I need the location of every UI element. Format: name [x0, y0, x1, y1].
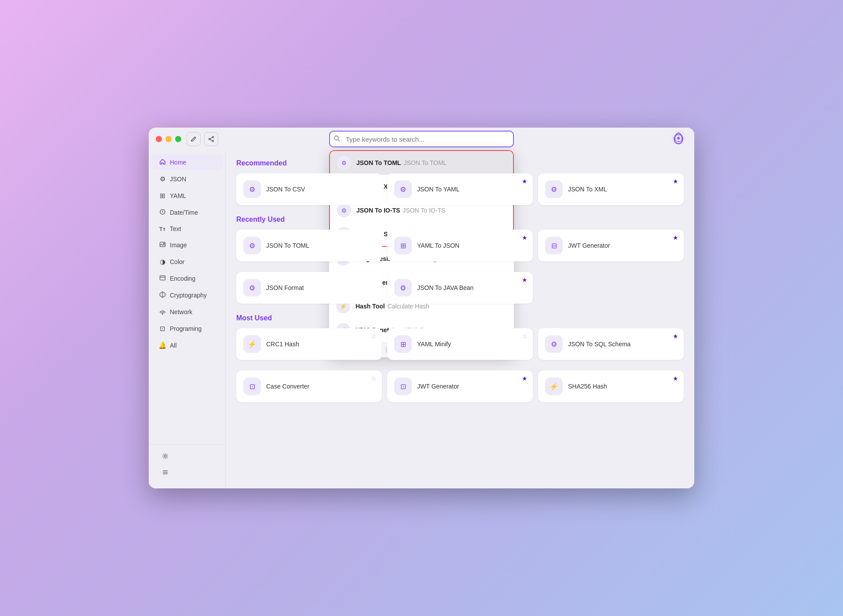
card-icon-r0: ⚙	[243, 237, 261, 254]
card-jwt-most[interactable]: ⊡ JWT Generator ★	[387, 370, 533, 402]
datetime-icon	[158, 209, 166, 216]
card-json-yaml-rec[interactable]: ⚙ JSON To YAML ★	[387, 173, 533, 205]
card-star-r2: ★	[673, 234, 678, 241]
sidebar-item-all[interactable]: 🔔 All	[151, 337, 223, 353]
edit-button[interactable]	[187, 132, 201, 146]
recently-grid: ⚙ JSON To TOML ⊞ YAML To JSON ★ ⊟ JWT Ge…	[236, 230, 684, 261]
card-java-bean[interactable]: ⚙ JSON To JAVA Bean ★	[387, 272, 533, 304]
sidebar-item-color[interactable]: ◑ Color	[151, 254, 223, 270]
sidebar-label-all: All	[170, 342, 177, 349]
card-star-2: ★	[673, 178, 678, 185]
text-icon: Tт	[158, 226, 166, 232]
card-label-m0: CRC1 Hash	[266, 341, 299, 348]
sidebar-item-encoding[interactable]: Encoding	[151, 271, 223, 286]
image-icon	[158, 241, 166, 249]
svg-point-5	[334, 136, 338, 140]
card-icon-r3: ⚙	[243, 279, 261, 297]
sidebar-item-json[interactable]: ⚙ JSON	[151, 171, 223, 187]
card-icon-r4: ⚙	[394, 279, 412, 297]
card-icon-m1: ⊞	[394, 335, 412, 353]
card-star-1: ★	[522, 178, 528, 185]
sidebar-item-list[interactable]	[154, 465, 220, 481]
encoding-icon	[158, 275, 166, 282]
sidebar-item-datetime[interactable]: Date/Time	[151, 205, 223, 220]
card-icon-0: ⚙	[243, 180, 261, 198]
card-yaml-json[interactable]: ⊞ YAML To JSON ★	[387, 230, 533, 261]
card-sha256[interactable]: ⚡ SHA256 Hash ★	[538, 370, 684, 402]
card-json-recent[interactable]: ⚙ JSON To TOML	[236, 230, 382, 261]
sidebar-label-datetime: Date/Time	[170, 209, 198, 216]
card-icon-m4: ⊡	[394, 378, 412, 395]
svg-point-17	[164, 455, 166, 457]
sidebar-label-color: Color	[170, 258, 184, 265]
minimize-button[interactable]	[165, 136, 172, 142]
card-star-m5: ★	[673, 375, 678, 382]
card-label-2: JSON To XML	[568, 186, 607, 193]
card-jwt-recent[interactable]: ⊟ JWT Generator ★	[538, 230, 684, 261]
most-used-title: Most Used	[236, 314, 684, 322]
card-json-xml-rec[interactable]: ⚙ JSON To XML ★	[538, 173, 684, 205]
card-star-r4: ★	[522, 276, 528, 283]
sidebar-wrapper: Home ⚙ JSON ⊞ YAML	[149, 154, 225, 485]
cryptography-icon	[158, 291, 166, 299]
sidebar-item-programming[interactable]: ⊡ Programing	[151, 321, 223, 337]
settings-icon	[161, 453, 169, 461]
traffic-lights	[156, 136, 181, 142]
svg-line-4	[210, 139, 212, 141]
card-icon-1: ⚙	[394, 180, 412, 198]
color-icon: ◑	[158, 258, 166, 266]
close-button[interactable]	[156, 136, 162, 142]
sidebar-item-cryptography[interactable]: Cryptography	[151, 287, 223, 303]
programming-icon: ⊡	[158, 325, 166, 333]
sidebar: Home ⚙ JSON ⊞ YAML	[149, 150, 226, 488]
card-json-recent2[interactable]: ⚙ JSON Format	[236, 272, 382, 304]
sidebar-label-home: Home	[170, 159, 186, 166]
sidebar-label-network: Network	[170, 308, 192, 315]
sidebar-item-home[interactable]: Home	[151, 154, 223, 170]
sidebar-item-settings[interactable]	[154, 449, 220, 465]
svg-rect-12	[160, 276, 165, 280]
card-icon-m5: ⚡	[545, 378, 563, 395]
sidebar-label-cryptography: Cryptography	[170, 292, 207, 299]
search-input[interactable]	[329, 131, 514, 147]
sidebar-label-yaml: YAML	[170, 192, 186, 199]
network-icon	[158, 308, 166, 316]
card-star-m0: ☆	[371, 333, 377, 340]
card-yaml-minify[interactable]: ⊞ YAML Minify ☆	[387, 328, 533, 360]
sidebar-label-json: JSON	[170, 176, 186, 183]
card-icon-m2: ⚙	[545, 335, 563, 353]
share-button[interactable]	[204, 132, 218, 146]
recommended-grid: ⚙ JSON To CSV ⚙ JSON To YAML ★ ⚙ JSON To…	[236, 173, 684, 205]
sidebar-item-yaml[interactable]: ⊞ YAML	[151, 188, 223, 204]
json-icon: ⚙	[158, 175, 166, 183]
card-icon-r2: ⊟	[545, 237, 563, 254]
card-label-r3: JSON Format	[266, 284, 304, 291]
sidebar-item-image[interactable]: Image	[151, 237, 223, 253]
sidebar-item-network[interactable]: Network	[151, 304, 223, 320]
svg-line-3	[210, 137, 212, 139]
card-json-csv[interactable]: ⚙ JSON To CSV	[236, 173, 382, 205]
sidebar-label-encoding: Encoding	[170, 275, 195, 282]
card-label-m2: JSON To SQL Schema	[568, 341, 630, 348]
recently-title: Recently Used	[236, 216, 684, 224]
svg-point-16	[162, 314, 163, 315]
search-wrapper: ⚙ JSON To TOMLJSON To TOML ⚙ JSON To XML…	[329, 131, 514, 147]
recently-grid-2: ⚙ JSON Format ⚙ JSON To JAVA Bean ★	[236, 272, 684, 304]
most-used-grid-2: ⊡ Case Converter ☆ ⊡ JWT Generator ★ ⚡ S…	[236, 370, 684, 402]
svg-point-1	[213, 140, 214, 142]
titlebar: ⚙ JSON To TOMLJSON To TOML ⚙ JSON To XML…	[149, 128, 694, 150]
card-label-r0: JSON To TOML	[266, 242, 309, 249]
card-icon-2: ⚙	[545, 180, 563, 198]
card-label-r1: YAML To JSON	[417, 242, 459, 249]
sidebar-item-text[interactable]: Tт Text	[151, 221, 223, 236]
card-case-converter[interactable]: ⊡ Case Converter ☆	[236, 370, 382, 402]
card-label-r2: JWT Generator	[568, 242, 610, 249]
card-json-sql[interactable]: ⚙ JSON To SQL Schema ★	[538, 328, 684, 360]
card-label-m4: JWT Generator	[417, 383, 459, 390]
maximize-button[interactable]	[175, 136, 181, 142]
card-label-m1: YAML Minify	[417, 341, 451, 348]
card-crc1[interactable]: ⚡ CRC1 Hash ☆	[236, 328, 382, 360]
sidebar-label-programming: Programing	[170, 325, 202, 332]
card-star-m4: ★	[522, 375, 528, 382]
card-icon-m3: ⊡	[243, 378, 261, 395]
